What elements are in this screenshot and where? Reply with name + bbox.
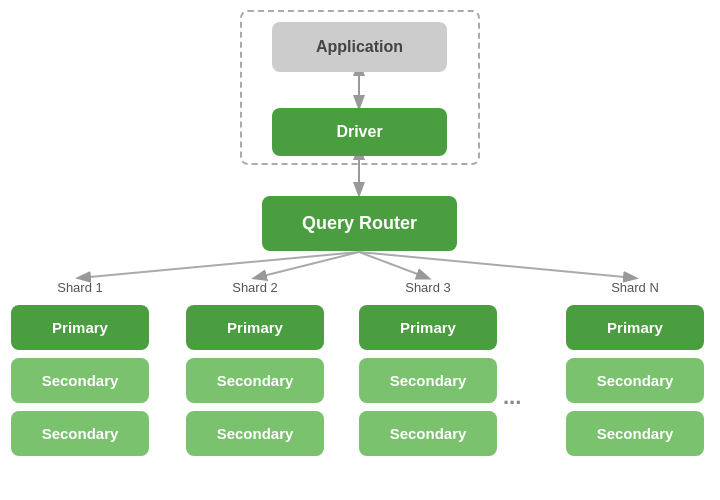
shard-n-secondary-2: Secondary	[566, 411, 704, 456]
shard-n-primary: Primary	[566, 305, 704, 350]
shard-3-label: Shard 3	[405, 280, 451, 295]
shard-col-2: Shard 2 Primary Secondary Secondary	[185, 280, 325, 456]
shard-3-secondary-2: Secondary	[359, 411, 497, 456]
shard-1-primary: Primary	[11, 305, 149, 350]
shard-col-n: Shard N Primary Secondary Secondary	[565, 280, 705, 456]
shard-3-primary: Primary	[359, 305, 497, 350]
diagram: Application Driver Query Router Shard 1 …	[0, 0, 720, 500]
shard-n-secondary-1: Secondary	[566, 358, 704, 403]
driver-box: Driver	[272, 108, 447, 156]
driver-label: Driver	[336, 123, 382, 141]
shard-2-secondary-2: Secondary	[186, 411, 324, 456]
shard-1-secondary-1: Secondary	[11, 358, 149, 403]
shard-col-3: Shard 3 Primary Secondary Secondary	[358, 280, 498, 456]
shard-2-secondary-1: Secondary	[186, 358, 324, 403]
router-shard3-arrow	[359, 252, 428, 278]
router-shardn-arrow	[359, 252, 635, 278]
query-router-label: Query Router	[302, 213, 417, 234]
application-label: Application	[316, 38, 403, 56]
shard-2-label: Shard 2	[232, 280, 278, 295]
shard-n-label: Shard N	[611, 280, 659, 295]
shard-3-secondary-1: Secondary	[359, 358, 497, 403]
shard-1-secondary-2: Secondary	[11, 411, 149, 456]
shard-col-1: Shard 1 Primary Secondary Secondary	[10, 280, 150, 456]
shard-2-primary: Primary	[186, 305, 324, 350]
router-shard1-arrow	[79, 252, 359, 278]
ellipsis-dots: ···	[503, 390, 521, 416]
query-router-box: Query Router	[262, 196, 457, 251]
router-shard2-arrow	[255, 252, 359, 278]
application-box: Application	[272, 22, 447, 72]
shard-1-label: Shard 1	[57, 280, 103, 295]
